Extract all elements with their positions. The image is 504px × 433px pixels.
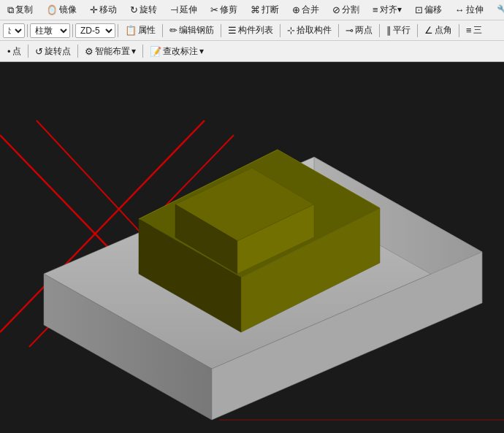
two-point-button[interactable]: ⊸ 两点: [342, 23, 376, 39]
clamp-icon: 🔧: [497, 4, 504, 15]
offset-icon: ⊡: [415, 4, 423, 15]
move-icon: ✛: [90, 4, 98, 15]
split-icon: ⊘: [332, 4, 340, 15]
trim-button[interactable]: ✂ 修剪: [207, 2, 241, 18]
component-list-button[interactable]: ☰ 构件列表: [224, 23, 277, 39]
pick-component-icon: ⊹: [287, 25, 295, 36]
dropdown-arrow2-icon: ▾: [199, 46, 204, 56]
three-icon: ≡: [466, 25, 472, 36]
smart-layout-button[interactable]: ⚙ 智能布置 ▾: [81, 43, 140, 59]
sep-r3-3: [142, 45, 143, 58]
trim-icon: ✂: [210, 4, 218, 15]
copy-button[interactable]: ⧉ 复制: [4, 2, 37, 18]
toolbar-row-1: ⧉ 复制 🪞 镜像 ✛ 移动 ↻ 旋转 ⊣ 延伸 ✂ 修剪 ⌘: [0, 0, 504, 20]
point-angle-button[interactable]: ∠ 点角: [421, 23, 456, 39]
component-list-icon: ☰: [228, 25, 237, 36]
edit-annotation-button[interactable]: 📝 查改标注 ▾: [146, 43, 207, 59]
point-angle-icon: ∠: [424, 25, 433, 36]
sep-r2-7: [338, 24, 339, 37]
align-button[interactable]: ≡ 对齐▾: [369, 2, 405, 18]
rotate-point-button[interactable]: ↺ 旋转点: [31, 43, 75, 59]
smart-layout-icon: ⚙: [85, 46, 93, 57]
stretch-icon: ↔: [455, 4, 465, 15]
properties-button[interactable]: 📋 属性: [121, 23, 159, 39]
sep-r2-1: [27, 24, 28, 37]
mirror-button[interactable]: 🪞 镜像: [42, 2, 80, 18]
sep-r2-4: [162, 24, 163, 37]
sep-r2-10: [459, 24, 459, 37]
point-button[interactable]: • 点: [4, 43, 25, 59]
break-button[interactable]: ⌘ 打断: [247, 2, 283, 18]
properties-icon: 📋: [125, 25, 137, 36]
merge-icon: ⊕: [292, 4, 300, 15]
clamp-button[interactable]: 🔧 设置夹: [493, 2, 504, 18]
extend-button[interactable]: ⊣ 延伸: [167, 2, 201, 18]
sep-r2-8: [379, 24, 380, 37]
point-icon: •: [7, 46, 11, 57]
toolbar-container: ⧉ 复制 🪞 镜像 ✛ 移动 ↻ 旋转 ⊣ 延伸 ✂ 修剪 ⌘: [0, 0, 504, 62]
edit-rebar-button[interactable]: ✏ 编辑钢筋: [166, 23, 218, 39]
merge-button[interactable]: ⊕ 合并: [289, 2, 323, 18]
sep-r2-6: [280, 24, 280, 37]
three-button[interactable]: ≡ 三: [462, 23, 486, 39]
sep-r2-9: [417, 24, 418, 37]
pick-component-button[interactable]: ⊹ 拾取构件: [283, 23, 335, 39]
canvas-area[interactable]: [0, 62, 504, 433]
component-id-select[interactable]: ZD-5: [75, 23, 115, 38]
align-icon: ≡: [373, 4, 378, 15]
split-button[interactable]: ⊘ 分割: [329, 2, 363, 18]
parallel-icon: ∥: [386, 25, 392, 36]
mirror-icon: 🪞: [46, 4, 58, 15]
offset-button[interactable]: ⊡ 偏移: [411, 2, 446, 18]
rotate-icon: ↻: [130, 4, 138, 15]
break-icon: ⌘: [251, 4, 260, 15]
sep-r3-2: [77, 45, 78, 58]
sep-r3-1: [28, 45, 28, 58]
sep-r2-5: [221, 24, 221, 37]
rotate-button[interactable]: ↻ 旋转: [126, 2, 161, 18]
two-point-icon: ⊸: [345, 25, 354, 36]
copy-icon: ⧉: [7, 4, 14, 16]
toolbar-row-3: • 点 ↺ 旋转点 ⚙ 智能布置 ▾ 📝 查改标注 ▾: [0, 41, 504, 61]
dropdown-arrow-icon: ▾: [131, 46, 136, 56]
edit-annotation-icon: 📝: [150, 46, 161, 57]
rotate-point-icon: ↺: [35, 46, 43, 57]
move-button[interactable]: ✛ 移动: [86, 2, 121, 18]
component-type-select[interactable]: 柱墩: [30, 23, 70, 38]
sep-r2-2: [72, 24, 73, 37]
3d-scene-svg: [0, 62, 504, 433]
sep-r2-3: [118, 24, 118, 37]
edit-rebar-icon: ✏: [169, 25, 177, 36]
parallel-button[interactable]: ∥ 平行: [383, 23, 414, 39]
toolbar-row-2: 出 柱墩 ZD-5 📋 属性 ✏ 编辑钢筋 ☰ 构件列表 ⊹ 拾取构件: [0, 20, 504, 41]
view-select[interactable]: 出: [3, 23, 25, 38]
stretch-button[interactable]: ↔ 拉伸: [451, 2, 487, 18]
extend-icon: ⊣: [170, 4, 178, 15]
